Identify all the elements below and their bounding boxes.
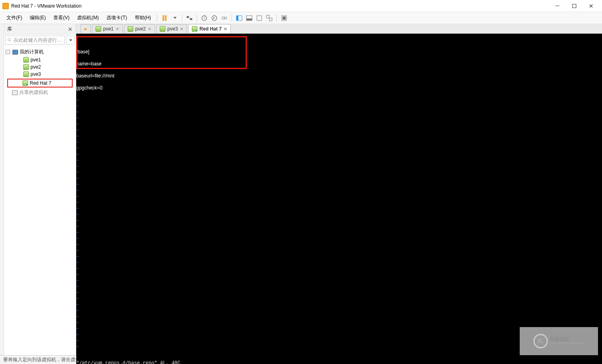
- terminal-line: baseurl=file:///mnt: [76, 73, 602, 79]
- tree-shared-vms[interactable]: 共享的虚拟机: [4, 88, 76, 97]
- minimize-button[interactable]: [549, 0, 566, 12]
- vim-tilde: ~: [76, 145, 602, 151]
- vim-tilde: ~: [76, 157, 602, 163]
- svg-rect-1: [190, 18, 192, 20]
- tab-close-icon[interactable]: ✕: [224, 26, 227, 32]
- tab-pve2[interactable]: pve2 ✕: [124, 24, 155, 33]
- unity-button[interactable]: [265, 14, 274, 22]
- vim-tilde: ~: [76, 230, 602, 236]
- tree-item-label: pve2: [31, 64, 41, 70]
- vm-tree: − 我的计算机 pve1 pve2 pve3 Red Hat 7: [4, 46, 76, 98]
- vm-icon: [23, 71, 29, 77]
- vm-icon: [23, 64, 29, 70]
- snapshot-revert-button[interactable]: [210, 14, 219, 22]
- menu-view[interactable]: 查看(V): [50, 13, 73, 23]
- vim-tilde: ~: [76, 115, 602, 121]
- highlight-box: [76, 36, 247, 69]
- collapse-icon[interactable]: −: [6, 50, 10, 54]
- tab-pve3[interactable]: pve3 ✕: [156, 24, 187, 33]
- titlebar: Red Hat 7 - VMware Workstation ✕: [0, 0, 602, 12]
- tab-close-icon[interactable]: ✕: [180, 26, 183, 32]
- tree-root-my-computer[interactable]: − 我的计算机: [4, 48, 76, 56]
- svg-rect-0: [187, 16, 189, 18]
- tab-pve1[interactable]: pve1 ✕: [92, 24, 123, 33]
- menu-vm[interactable]: 虚拟机(M): [74, 13, 102, 23]
- show-sidebar-button[interactable]: [235, 14, 244, 22]
- console-view-button[interactable]: [280, 14, 289, 22]
- sidebar: 库 ✕ 在此处键入内容进行… − 我的计算机 pve1 pve2: [4, 24, 76, 355]
- home-icon: [84, 26, 87, 32]
- vim-tilde: ~: [76, 187, 602, 193]
- tree-root-label: 我的计算机: [20, 49, 44, 55]
- send-ctrl-alt-del-button[interactable]: [185, 14, 194, 22]
- svg-point-15: [8, 39, 10, 41]
- vim-tilde: ~: [76, 254, 602, 260]
- library-search-input[interactable]: 在此处键入内容进行…: [5, 36, 65, 45]
- menu-help[interactable]: 帮助(H): [132, 13, 155, 23]
- library-close-button[interactable]: ✕: [68, 26, 73, 33]
- svg-rect-10: [257, 16, 262, 20]
- menu-tabs[interactable]: 选项卡(T): [103, 13, 130, 23]
- vim-tilde: ~: [76, 193, 602, 199]
- tree-item-pve2[interactable]: pve2: [4, 63, 76, 71]
- search-placeholder: 在此处键入内容进行…: [14, 37, 62, 44]
- tab-label: pve1: [103, 26, 114, 32]
- tree-item-label: Red Hat 7: [30, 80, 51, 86]
- tree-item-pve3[interactable]: pve3: [4, 71, 76, 78]
- vim-tilde: ~: [76, 218, 602, 224]
- maximize-button[interactable]: [566, 0, 583, 12]
- vm-icon: [160, 26, 165, 32]
- tree-item-label: pve1: [31, 57, 41, 63]
- tree-item-pve1[interactable]: pve1: [4, 56, 76, 63]
- vim-tilde: ~: [76, 181, 602, 187]
- tab-close-icon[interactable]: ✕: [148, 26, 151, 32]
- window-title: Red Hat 7 - VMware Workstation: [11, 3, 549, 9]
- vim-tilde: ~: [76, 248, 602, 254]
- search-filter-dropdown[interactable]: [66, 36, 75, 45]
- vim-tilde: ~: [76, 133, 602, 139]
- svg-rect-11: [266, 15, 269, 18]
- tab-label: Red Hat 7: [199, 26, 222, 32]
- svg-point-4: [222, 17, 224, 19]
- left-gutter: [0, 24, 4, 355]
- vm-console[interactable]: [base] name=base baseurl=file:///mnt gpg…: [76, 34, 602, 364]
- vim-tilde: ~: [76, 127, 602, 133]
- snapshot-manager-button[interactable]: [220, 14, 229, 22]
- vim-tilde: ~: [76, 224, 602, 230]
- tree-item-redhat7[interactable]: Red Hat 7: [8, 79, 72, 87]
- vim-status-line: "/etc/yum.repos.d/base.repo" 4L, 48C: [76, 360, 180, 364]
- pause-button[interactable]: [160, 14, 169, 22]
- svg-line-16: [10, 41, 11, 42]
- terminal-line: gpgcheck=0: [76, 85, 602, 91]
- vm-icon: [96, 26, 101, 32]
- vim-tilde: ~: [76, 211, 602, 218]
- menu-file[interactable]: 文件(F): [3, 13, 25, 23]
- computer-icon: [12, 50, 18, 55]
- vim-tilde: ~: [76, 163, 602, 169]
- main-area: pve1 ✕ pve2 ✕ pve3 ✕ Red Hat 7 ✕ [base] …: [76, 24, 602, 355]
- power-dropdown[interactable]: [170, 14, 179, 22]
- show-thumbnail-button[interactable]: [245, 14, 254, 22]
- watermark-sub: CHUANGXINHULIAN: [550, 342, 584, 346]
- library-title: 库: [7, 26, 12, 33]
- menu-edit[interactable]: 编辑(E): [26, 13, 49, 23]
- vm-icon: [23, 57, 29, 63]
- vim-tilde: ~: [76, 103, 602, 109]
- vm-icon: [128, 26, 133, 32]
- vim-tilde: ~: [76, 278, 602, 284]
- close-button[interactable]: ✕: [583, 0, 600, 12]
- search-icon: [7, 38, 12, 43]
- home-tab[interactable]: [80, 24, 91, 33]
- svg-rect-7: [236, 16, 238, 20]
- fullscreen-button[interactable]: [255, 14, 264, 22]
- vim-tilde: ~: [76, 290, 602, 296]
- vim-tilde: ~: [76, 121, 602, 127]
- snapshot-take-button[interactable]: [200, 14, 209, 22]
- vim-tilde: ~: [76, 272, 602, 278]
- tab-close-icon[interactable]: ✕: [116, 26, 119, 32]
- watermark: K 创新互联 CHUANGXINHULIAN: [520, 327, 598, 355]
- svg-point-5: [224, 17, 227, 19]
- vim-tilde: ~: [76, 139, 602, 145]
- tab-redhat7[interactable]: Red Hat 7 ✕: [188, 24, 231, 33]
- vim-tilde: ~: [76, 266, 602, 272]
